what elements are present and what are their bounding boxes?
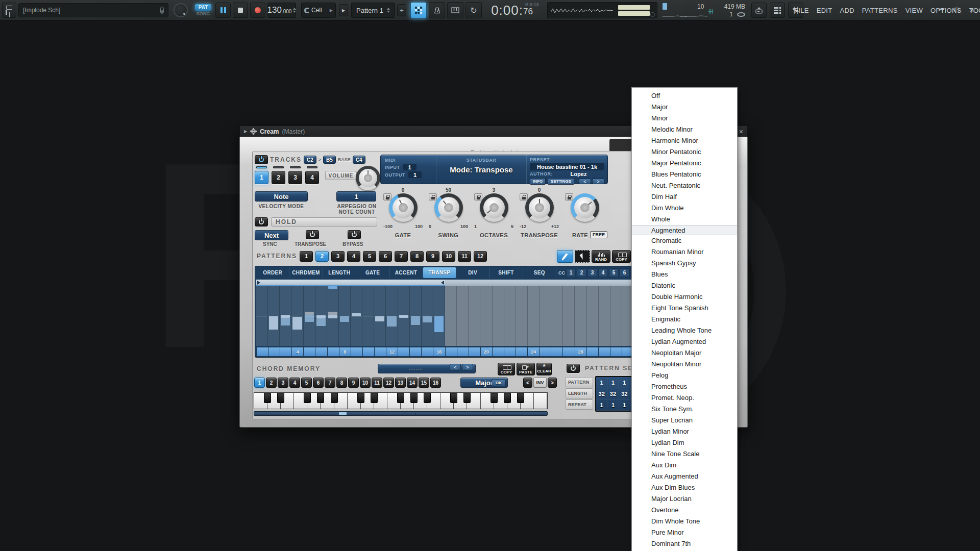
lock-icon[interactable] [474,193,482,201]
scale-menu-item[interactable]: Dim Whole Tone [632,516,737,527]
grid-column[interactable] [398,286,410,346]
chord-memory-button[interactable]: 2 [266,378,277,388]
scale-menu-item[interactable]: Chromatic [632,235,737,246]
scale-menu-item[interactable]: Aux Dim [632,460,737,471]
knob[interactable] [434,193,463,222]
tab-length[interactable]: LENGTH [323,267,356,278]
transpose-bar[interactable] [328,286,337,289]
select-tool-button[interactable] [575,250,590,263]
grid-column[interactable] [610,286,622,346]
restore-button[interactable] [951,5,962,15]
scale-menu-item[interactable]: Off [632,90,737,102]
scale-menu-item[interactable]: Major Pentatonic [632,158,737,169]
scale-menu-item[interactable]: Neut. Pentatonic [632,180,737,191]
scale-menu-item[interactable]: Aux Augmented [632,471,737,482]
pattern-seq-cell[interactable]: 1 [596,399,607,411]
tempo-spinner[interactable] [293,8,296,13]
transpose-bar[interactable] [399,315,408,317]
menu-add[interactable]: ADD [840,7,854,14]
grid-step[interactable] [422,347,433,357]
grid-column[interactable] [315,286,327,346]
pattern-seq-cell[interactable]: 1 [619,377,630,388]
scale-ok-button[interactable]: OK [492,380,506,386]
cpu-panel[interactable]: 10 419 MB 1 [662,2,747,18]
grid-step[interactable] [328,347,339,357]
scale-menu-item[interactable]: Promet. Neop. [632,392,737,404]
menu-file[interactable]: FILE [794,7,809,14]
transpose-bar[interactable] [423,316,432,322]
chord-memory-button[interactable]: 15 [419,378,429,388]
loop-region[interactable] [256,280,445,286]
chord-memory-button[interactable]: 9 [348,378,359,388]
grid-column[interactable] [540,286,551,346]
piano-black-key[interactable] [304,393,311,403]
grid-step[interactable] [551,347,563,357]
pattern-button[interactable]: 1 [300,251,313,262]
cc-number-tab[interactable]: 3 [587,268,597,277]
grid-step[interactable] [457,347,469,357]
scale-menu-item[interactable]: Pure Minor [632,527,737,538]
randomize-button[interactable]: RAND [592,250,610,263]
close-button[interactable]: × [967,5,977,15]
piano-black-key[interactable] [491,393,498,403]
chord-memory-button[interactable]: 8 [336,378,347,388]
knob[interactable] [571,193,599,222]
transpose-bar[interactable] [281,318,290,325]
stop-button[interactable] [233,3,248,18]
grid-column[interactable] [410,286,422,346]
loop-ruler[interactable] [256,280,634,286]
grid-step[interactable] [516,347,528,357]
tab-div[interactable]: DIV [456,267,489,278]
grid-column[interactable] [291,286,303,346]
transpose-bar[interactable] [375,316,384,321]
midi-input-value[interactable]: 1 [403,164,416,170]
grid-step[interactable]: 28 [575,347,587,357]
scale-menu-item[interactable]: Neoploitan Major [632,347,737,359]
tempo-display[interactable]: 130 .000 [267,3,296,18]
track-button-face[interactable]: 1 [255,171,268,184]
grid-step[interactable] [540,347,551,357]
tracks-power-button[interactable] [255,155,268,164]
grid-step[interactable] [304,347,315,357]
piano-black-key[interactable] [317,393,324,403]
lock-icon[interactable] [565,193,573,201]
step-sequencer-view-button[interactable] [410,2,427,18]
scale-menu-item[interactable]: Super Locrian [632,415,737,426]
inversion-button[interactable]: INV [533,378,547,388]
tab-order[interactable]: ORDER [256,267,289,278]
grid-step[interactable] [504,347,516,357]
grid-column[interactable] [587,286,599,346]
copy-pattern-button[interactable]: COPY [612,250,631,263]
pattern-button[interactable]: 7 [395,251,408,262]
scale-menu-item[interactable]: Spanish Gypsy [632,258,737,269]
plugin-menu-arrow-icon[interactable]: ▶ [244,129,247,134]
grid-step[interactable] [610,347,622,357]
grid-step[interactable]: 20 [481,347,493,357]
chord-memory-button[interactable]: 16 [430,378,441,388]
grid-step[interactable] [363,347,375,357]
cc-number-tab[interactable]: 4 [598,268,608,277]
chord-memory-button[interactable]: 7 [325,378,335,388]
scale-menu-item[interactable]: Nine Tone Scale [632,448,737,460]
play-button[interactable] [215,3,231,18]
grid-column[interactable] [504,286,516,346]
grid-step[interactable]: 24 [528,347,540,357]
typing-keyboard-button[interactable] [447,2,463,18]
song-mode-label[interactable]: SONG [194,11,212,16]
scale-menu-item[interactable]: Blues [632,269,737,280]
chord-memory-button[interactable]: 12 [383,378,394,388]
chord-copy-button[interactable]: COPY [498,363,515,375]
grid-column[interactable] [551,286,563,346]
grid-step[interactable] [446,347,457,357]
plugin-close-button[interactable]: × [739,128,743,136]
scale-menu-item[interactable]: Pelog [632,370,737,381]
chord-memory-button[interactable]: 1 [254,378,265,388]
scale-menu-item[interactable]: Lydian Minor [632,426,737,437]
lock-icon[interactable] [520,193,528,201]
channel-rack-button[interactable] [770,3,785,18]
grid-step[interactable] [469,347,481,357]
scale-menu-item[interactable]: Prometheus [632,381,737,392]
chord-memory-button[interactable]: 13 [395,378,406,388]
piano-black-key[interactable] [410,393,418,403]
midi-output-value[interactable]: 1 [408,171,422,178]
